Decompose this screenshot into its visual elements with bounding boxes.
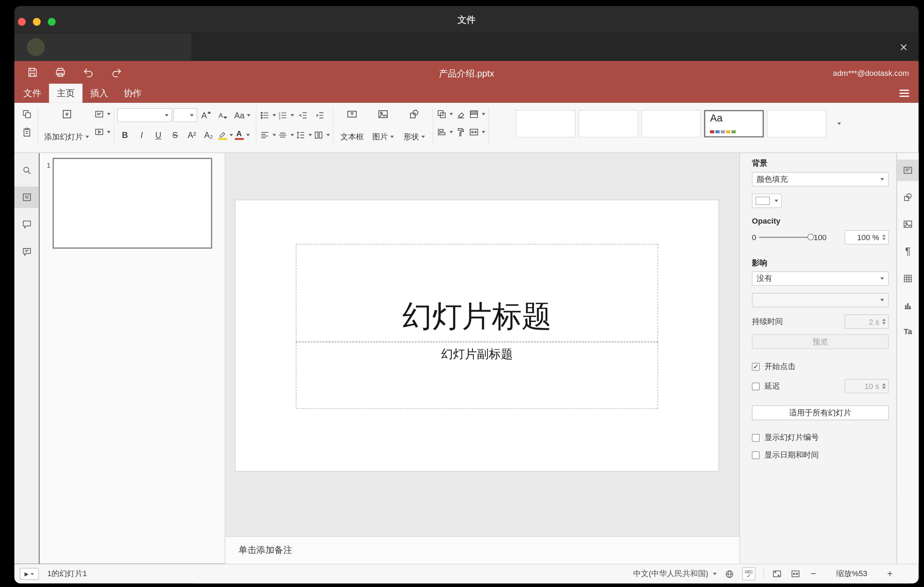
spell-check-button[interactable]: ABC ✓ [742, 567, 755, 580]
language-select[interactable]: 中文(中华人民共和国) [633, 569, 716, 579]
font-name-select[interactable] [117, 108, 172, 122]
show-slide-number-label: 显示幻灯片编号 [764, 432, 819, 443]
notes-area[interactable]: 单击添加备注 [225, 536, 739, 564]
spinner-arrows-icon[interactable] [882, 383, 886, 389]
print-button[interactable] [53, 64, 68, 80]
add-slide-button[interactable]: 添加幻灯片 [41, 106, 92, 144]
opacity-input[interactable]: 100 % [845, 230, 889, 245]
start-slideshow-statusbar-button[interactable]: ▶ [20, 568, 39, 580]
color-scheme-button[interactable] [469, 106, 485, 122]
textart-settings-button[interactable]: Ta [897, 320, 918, 342]
show-date-time-checkbox[interactable] [752, 451, 760, 459]
chevron-down-icon [273, 114, 276, 116]
decrease-font-size-button[interactable]: A [215, 107, 231, 124]
sidebar-search-button[interactable] [15, 160, 39, 181]
fit-width-icon [790, 569, 801, 579]
subscript-button[interactable]: A₂ [201, 126, 216, 143]
fit-slide-button[interactable] [772, 569, 782, 579]
zoom-in-button[interactable]: + [885, 569, 894, 579]
theme-thumbnail[interactable] [516, 110, 576, 137]
user-email: adm***@dootask.com [833, 61, 909, 84]
set-language-button[interactable] [724, 569, 734, 579]
redo-button[interactable] [109, 64, 124, 80]
delay-input[interactable]: 10 s [845, 379, 889, 393]
slide[interactable]: 幻灯片标题 幻灯片副标题 [236, 200, 719, 471]
duration-input[interactable]: 2 s [845, 315, 889, 329]
font-size-select[interactable] [173, 108, 197, 122]
effect-select[interactable]: 没有 [752, 271, 889, 286]
sidebar-feedback-button[interactable] [15, 241, 39, 262]
opacity-slider[interactable] [759, 237, 810, 238]
save-button[interactable] [25, 64, 40, 80]
show-slide-number-checkbox[interactable] [752, 434, 760, 441]
copy-button[interactable] [19, 106, 35, 122]
spinner-arrows-icon[interactable] [882, 319, 886, 325]
underline-button[interactable]: U [150, 126, 166, 143]
copy-style-button[interactable] [453, 124, 469, 140]
subtitle-placeholder[interactable]: 幻灯片副标题 [296, 342, 658, 409]
horizontal-align-button[interactable] [259, 126, 276, 143]
theme-thumbnail[interactable] [767, 110, 827, 137]
table-settings-button[interactable] [897, 268, 918, 289]
theme-thumbnail-selected[interactable]: Aa [704, 110, 764, 137]
background-fill-select[interactable]: 颜色填充 [752, 172, 889, 186]
slide-thumbnail[interactable] [53, 158, 213, 249]
image-settings-button[interactable] [897, 213, 918, 235]
apply-to-all-slides-button[interactable]: 适用于所有幻灯片 [752, 405, 889, 420]
tab-collaboration[interactable]: 协作 [116, 84, 149, 102]
slide-layout-button[interactable] [94, 106, 111, 122]
menu-button[interactable] [897, 87, 911, 99]
increase-indent-button[interactable] [312, 107, 328, 124]
slider-knob-icon[interactable] [807, 234, 814, 241]
slide-size-button[interactable] [469, 124, 485, 140]
increase-font-size-button[interactable]: A [198, 107, 214, 124]
line-spacing-button[interactable] [295, 126, 312, 143]
fit-width-button[interactable] [790, 569, 801, 579]
effect-type-select[interactable] [752, 293, 889, 307]
arrange-shape-button[interactable] [436, 106, 453, 122]
sidebar-slides-button[interactable] [15, 186, 39, 208]
change-case-button[interactable]: Aa [232, 107, 253, 124]
close-editor-button[interactable] [895, 39, 912, 56]
editor-canvas[interactable]: 幻灯片标题 幻灯片副标题 [225, 153, 739, 536]
vertical-align-button[interactable] [277, 126, 294, 143]
clear-style-button[interactable] [453, 106, 469, 122]
bold-button[interactable]: B [117, 126, 133, 143]
numbered-list-button[interactable]: 123 [277, 107, 294, 124]
title-placeholder[interactable]: 幻灯片标题 [296, 244, 658, 342]
start-slideshow-button[interactable] [94, 124, 111, 140]
background-color-select[interactable] [752, 194, 782, 208]
undo-button[interactable] [81, 64, 96, 80]
insert-text-box-button[interactable]: 文本框 [337, 106, 368, 144]
paste-button[interactable] [19, 124, 35, 140]
align-shape-button[interactable] [436, 124, 453, 140]
decrease-indent-button[interactable] [295, 107, 311, 124]
chart-settings-button[interactable] [897, 295, 918, 316]
insert-shape-button[interactable]: 形状 [399, 106, 430, 144]
tab-file[interactable]: 文件 [15, 84, 49, 102]
spinner-arrows-icon[interactable] [882, 234, 886, 240]
theme-thumbnail[interactable] [579, 110, 638, 137]
insert-image-button[interactable]: 图片 [368, 106, 399, 144]
shape-settings-button[interactable] [897, 186, 918, 208]
superscript-button[interactable]: A² [184, 126, 200, 143]
paragraph-settings-button[interactable]: ¶ [897, 241, 918, 262]
italic-button[interactable]: I [134, 126, 149, 143]
sidebar-comments-button[interactable] [15, 213, 39, 235]
theme-gallery-expand-button[interactable] [831, 110, 845, 137]
zoom-out-button[interactable]: − [808, 569, 818, 579]
slide-settings-button[interactable] [897, 160, 918, 181]
theme-color-chips [710, 130, 736, 134]
columns-button[interactable] [313, 126, 330, 143]
delay-checkbox[interactable] [752, 383, 760, 390]
bullet-list-button[interactable] [259, 107, 276, 124]
tab-insert[interactable]: 插入 [82, 84, 116, 102]
start-on-click-checkbox[interactable]: ✓ [752, 363, 760, 370]
font-color-button[interactable]: A [234, 126, 249, 143]
highlight-color-button[interactable] [218, 126, 233, 143]
strikethrough-button[interactable]: S [167, 126, 183, 143]
theme-thumbnail[interactable] [642, 110, 701, 137]
tab-home[interactable]: 主页 [49, 84, 82, 102]
preview-button[interactable]: 预览 [752, 334, 889, 349]
bullet-list-icon [259, 110, 270, 120]
